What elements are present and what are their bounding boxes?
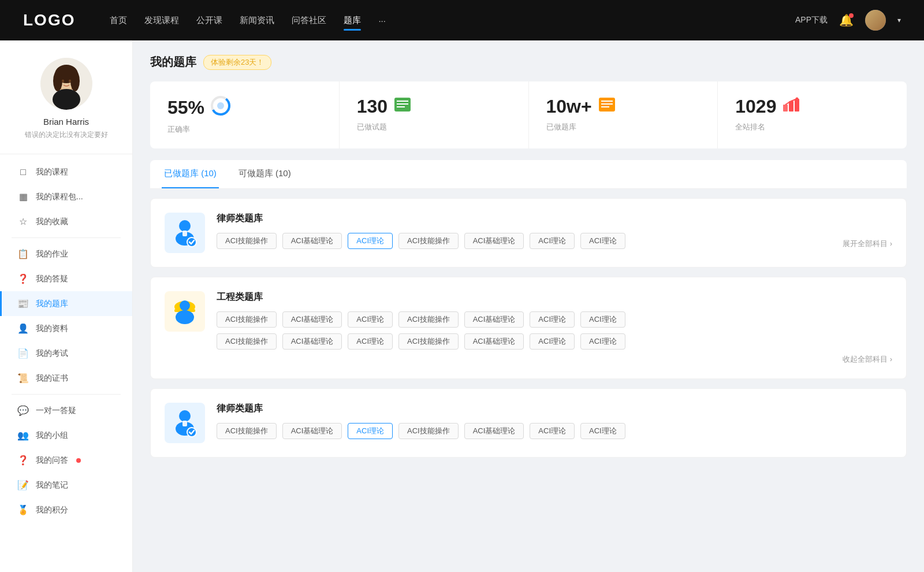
tag-item[interactable]: ACI技能操作 xyxy=(217,333,277,350)
sidebar-item-qa-answer[interactable]: ❓ 我的答疑 xyxy=(0,266,132,291)
tag-item[interactable]: ACI理论 xyxy=(580,423,625,439)
sidebar-item-label: 我的答疑 xyxy=(36,274,68,284)
tag-item[interactable]: ACI理论 xyxy=(348,333,393,350)
stat-done-banks-icon xyxy=(598,95,616,117)
collapse-engineer[interactable]: 收起全部科目 › xyxy=(217,354,892,365)
nav-news[interactable]: 新闻资讯 xyxy=(240,13,274,28)
sidebar-item-notes[interactable]: 📝 我的笔记 xyxy=(0,473,132,497)
tag-item[interactable]: ACI技能操作 xyxy=(398,333,459,350)
tag-item[interactable]: ACI技能操作 xyxy=(217,233,277,249)
svg-rect-13 xyxy=(397,101,408,102)
nav-opencourse[interactable]: 公开课 xyxy=(196,13,222,28)
nav-questionbank[interactable]: 题库 xyxy=(344,13,361,28)
tab-done-banks[interactable]: 已做题库 (10) xyxy=(162,160,219,188)
user-menu-chevron[interactable]: ▾ xyxy=(897,16,901,24)
trial-badge: 体验剩余23天！ xyxy=(203,55,271,70)
sidebar-item-my-qa[interactable]: ❓ 我的问答 xyxy=(0,448,132,473)
sidebar-item-label: 我的作业 xyxy=(36,249,68,259)
sidebar-item-1on1[interactable]: 💬 一对一答疑 xyxy=(0,398,132,423)
course-icon: □ xyxy=(17,167,29,177)
main-nav: 首页 发现课程 公开课 新闻资讯 问答社区 题库 ··· xyxy=(110,13,795,28)
qbank-title-engineer: 工程类题库 xyxy=(217,291,892,303)
lawyer2-icon xyxy=(170,408,200,438)
qbank-tags-engineer-row2: ACI技能操作 ACI基础理论 ACI理论 ACI技能操作 ACI基础理论 AC… xyxy=(217,333,892,350)
sidebar-item-points[interactable]: 🏅 我的积分 xyxy=(0,497,132,522)
tag-item[interactable]: ACI技能操作 xyxy=(398,311,459,328)
sidebar-item-favorites[interactable]: ☆ 我的收藏 xyxy=(0,209,132,234)
sidebar: Brian Harris 错误的决定比没有决定要好 □ 我的课程 ▦ 我的课程包… xyxy=(0,40,133,572)
qbank-content: 律师类题库 ACI技能操作 ACI基础理论 ACI理论 ACI技能操作 ACI基… xyxy=(217,213,892,249)
lawyer-icon xyxy=(170,218,200,248)
stat-done-questions-label: 已做试题 xyxy=(357,122,511,132)
tag-item[interactable]: ACI理论 xyxy=(580,333,625,350)
tag-item[interactable]: ACI理论 xyxy=(530,423,575,439)
app-download-button[interactable]: APP下载 xyxy=(795,15,828,25)
tag-item[interactable]: ACI技能操作 xyxy=(398,233,459,249)
notes-icon: 📝 xyxy=(17,480,29,491)
nav-discover[interactable]: 发现课程 xyxy=(144,13,179,28)
notification-bell[interactable]: 🔔 xyxy=(839,13,854,27)
stat-done-banks-value: 10w+ xyxy=(546,96,592,117)
sidebar-username: Brian Harris xyxy=(43,117,89,127)
sidebar-item-label: 我的考试 xyxy=(36,348,68,359)
tag-item[interactable]: ACI技能操作 xyxy=(217,423,277,439)
tag-item[interactable]: ACI技能操作 xyxy=(217,311,277,328)
tag-item-active[interactable]: ACI理论 xyxy=(348,423,393,439)
stat-value-row: 10w+ xyxy=(546,95,701,117)
nav-home[interactable]: 首页 xyxy=(110,13,127,28)
sidebar-item-label: 我的题库 xyxy=(36,299,68,309)
tag-item[interactable]: ACI基础理论 xyxy=(282,311,342,328)
tag-item[interactable]: ACI基础理论 xyxy=(464,423,524,439)
sidebar-item-label: 我的积分 xyxy=(36,505,68,515)
tag-item[interactable]: ACI技能操作 xyxy=(398,423,459,439)
svg-rect-20 xyxy=(783,105,788,112)
sidebar-profile: Brian Harris 错误的决定比没有决定要好 xyxy=(0,58,132,154)
svg-point-32 xyxy=(179,410,191,422)
sidebar-item-course-package[interactable]: ▦ 我的课程包... xyxy=(0,184,132,209)
tag-item[interactable]: ACI基础理论 xyxy=(282,423,342,439)
stat-accuracy-value: 55% xyxy=(167,97,204,118)
page-header: 我的题库 体验剩余23天！ xyxy=(150,54,907,70)
tag-item[interactable]: ACI理论 xyxy=(530,233,575,249)
logo: LOGO xyxy=(23,11,75,29)
stat-ranking-icon xyxy=(782,95,800,117)
tag-item[interactable]: ACI理论 xyxy=(530,311,575,328)
sidebar-item-certificate[interactable]: 📜 我的证书 xyxy=(0,366,132,391)
svg-rect-22 xyxy=(795,99,799,112)
tag-item[interactable]: ACI基础理论 xyxy=(464,311,524,328)
page-title: 我的题库 xyxy=(150,54,196,70)
tabs-bar: 已做题库 (10) 可做题库 (10) xyxy=(150,160,907,189)
tag-item[interactable]: ACI理论 xyxy=(530,333,575,350)
tag-item[interactable]: ACI基础理论 xyxy=(464,333,524,350)
points-icon: 🏅 xyxy=(17,504,29,515)
lawyer-icon-wrap xyxy=(165,213,205,253)
avatar[interactable] xyxy=(865,10,886,31)
stat-value-row: 55% xyxy=(167,95,322,120)
svg-rect-14 xyxy=(397,103,408,105)
tab-available-banks[interactable]: 可做题库 (10) xyxy=(236,160,293,188)
tag-item-active[interactable]: ACI理论 xyxy=(348,233,393,249)
tag-item[interactable]: ACI基础理论 xyxy=(282,233,342,249)
tag-item[interactable]: ACI理论 xyxy=(348,311,393,328)
sidebar-item-label: 我的笔记 xyxy=(36,480,68,491)
sidebar-item-label: 我的课程 xyxy=(36,167,68,177)
tag-item[interactable]: ACI基础理论 xyxy=(282,333,342,350)
star-icon: ☆ xyxy=(17,216,29,227)
tag-item[interactable]: ACI理论 xyxy=(580,233,625,249)
svg-rect-18 xyxy=(601,103,613,105)
sidebar-item-profile[interactable]: 👤 我的资料 xyxy=(0,316,132,341)
sidebar-item-exam[interactable]: 📄 我的考试 xyxy=(0,341,132,366)
sidebar-item-group[interactable]: 👥 我的小组 xyxy=(0,423,132,448)
expand-lawyer1[interactable]: 展开全部科目 › xyxy=(843,239,892,249)
nav-more[interactable]: ··· xyxy=(378,13,386,28)
cert-icon: 📜 xyxy=(17,373,29,384)
nav-qa[interactable]: 问答社区 xyxy=(292,13,326,28)
sidebar-item-question-bank[interactable]: 📰 我的题库 xyxy=(0,291,132,316)
tag-item[interactable]: ACI基础理论 xyxy=(464,233,524,249)
sidebar-item-homework[interactable]: 📋 我的作业 xyxy=(0,242,132,266)
sidebar-menu: □ 我的课程 ▦ 我的课程包... ☆ 我的收藏 📋 我的作业 ❓ 我的答疑 📰 xyxy=(0,154,132,528)
tag-item[interactable]: ACI理论 xyxy=(580,311,625,328)
sidebar-item-my-course[interactable]: □ 我的课程 xyxy=(0,160,132,184)
notification-dot xyxy=(849,13,854,18)
layout: Brian Harris 错误的决定比没有决定要好 □ 我的课程 ▦ 我的课程包… xyxy=(0,40,924,572)
